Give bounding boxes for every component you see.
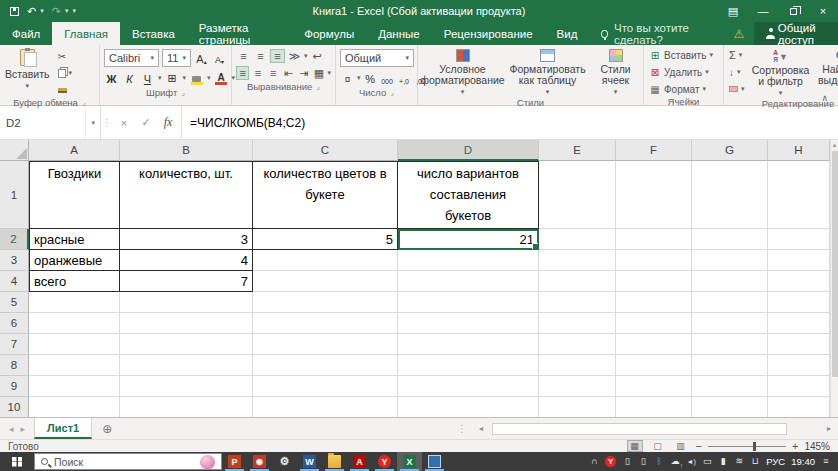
- view-page-layout-button[interactable]: ▢: [650, 440, 666, 452]
- vertical-scrollbar-thumb[interactable]: [832, 151, 838, 377]
- network-icon[interactable]: ≋: [734, 456, 744, 468]
- format-painter-button[interactable]: [56, 83, 75, 97]
- cell-A1[interactable]: Гвоздики: [29, 161, 120, 229]
- underline-button[interactable]: Ч: [140, 70, 155, 86]
- collapse-ribbon-button[interactable]: ∧: [821, 93, 828, 103]
- zoom-out-button[interactable]: −: [696, 440, 702, 452]
- tell-me-box[interactable]: Что вы хотите сделать?: [589, 22, 723, 45]
- cell-F6[interactable]: [616, 313, 692, 334]
- cell-B5[interactable]: [120, 292, 253, 313]
- taskbar-yandex-browser[interactable]: Y: [372, 452, 397, 471]
- battery-icon[interactable]: ▭: [702, 456, 712, 468]
- cell-B7[interactable]: [120, 334, 253, 355]
- number-dialog-launcher[interactable]: ⌟: [390, 88, 394, 97]
- cell-E9[interactable]: [539, 376, 616, 397]
- column-header-D[interactable]: D: [398, 140, 539, 161]
- select-all-button[interactable]: [0, 140, 29, 161]
- align-center-button[interactable]: ≡: [251, 66, 264, 80]
- row-header-10[interactable]: 10: [0, 397, 29, 417]
- cell-H9[interactable]: [768, 376, 830, 397]
- fill-color-button[interactable]: [189, 70, 204, 86]
- cell-A10[interactable]: [29, 397, 120, 417]
- redo-button[interactable]: ↷: [52, 6, 61, 17]
- hscroll-grip[interactable]: ⋮: [452, 423, 472, 434]
- notification-center-icon[interactable]: ≡: [821, 456, 831, 468]
- cell-E4[interactable]: [539, 271, 616, 292]
- row-header-7[interactable]: 7: [0, 334, 29, 355]
- cell-G10[interactable]: [692, 397, 768, 417]
- cell-C4[interactable]: [253, 271, 398, 292]
- cell-A9[interactable]: [29, 376, 120, 397]
- headset-icon[interactable]: ∩: [589, 456, 599, 468]
- phone-icon[interactable]: ▯: [622, 456, 632, 468]
- delete-cells-button[interactable]: ⊠Удалить▾: [647, 65, 720, 79]
- view-normal-button[interactable]: ▦: [627, 440, 643, 452]
- cell-E6[interactable]: [539, 313, 616, 334]
- horizontal-scrollbar[interactable]: ⋮ ◂ ▸: [452, 418, 838, 439]
- cell-C8[interactable]: [253, 355, 398, 376]
- column-header-G[interactable]: G: [692, 140, 768, 161]
- cell-H2[interactable]: [768, 229, 830, 250]
- font-name-dropdown-icon[interactable]: ▾: [151, 54, 155, 62]
- cell-G1[interactable]: [692, 161, 768, 229]
- accounting-dropdown-icon[interactable]: ▾: [357, 74, 361, 82]
- comma-style-button[interactable]: 000: [380, 70, 395, 86]
- increase-font-button[interactable]: А▴: [194, 50, 209, 66]
- merge-center-button[interactable]: ▦: [312, 66, 325, 80]
- cell-D4[interactable]: [398, 271, 539, 292]
- language-indicator[interactable]: РУС: [766, 456, 785, 467]
- tab-page-layout[interactable]: Разметка страницы: [187, 22, 292, 45]
- sort-filter-button[interactable]: АЯ▼ Сортировка и фильтр ▾: [749, 46, 813, 98]
- clock[interactable]: 19:40: [791, 456, 815, 467]
- customize-qat-icon[interactable]: ▾: [72, 7, 76, 15]
- cell-B3[interactable]: 4: [120, 250, 253, 271]
- cell-C2[interactable]: 5: [253, 229, 398, 250]
- scroll-right-icon[interactable]: ▸: [823, 424, 835, 433]
- cell-C1[interactable]: количество цветов в букете: [253, 161, 398, 229]
- cell-A3[interactable]: оранжевые: [29, 250, 120, 271]
- format-as-table-button[interactable]: Форматировать как таблицу ▾: [506, 46, 590, 97]
- cell-B6[interactable]: [120, 313, 253, 334]
- cell-E1[interactable]: [539, 161, 616, 229]
- taskbar-remote-desktop[interactable]: [422, 452, 447, 471]
- onedrive-icon[interactable]: ☁!: [670, 456, 680, 468]
- cell-G9[interactable]: [692, 376, 768, 397]
- italic-button[interactable]: К: [122, 70, 137, 86]
- increase-indent-button[interactable]: ⇥: [297, 66, 310, 80]
- cell-D1[interactable]: число вариантов составления букетов: [398, 161, 539, 229]
- usb-icon[interactable]: ⊔: [750, 456, 760, 468]
- formula-input[interactable]: =ЧИСЛКОМБ(B4;C2): [182, 106, 305, 139]
- next-sheet-icon[interactable]: ▸: [21, 424, 26, 434]
- name-box-dropdown-icon[interactable]: ▾: [85, 106, 100, 139]
- cell-D5[interactable]: [398, 292, 539, 313]
- cell-H10[interactable]: [768, 397, 830, 417]
- close-button[interactable]: ×: [808, 0, 838, 22]
- cell-E8[interactable]: [539, 355, 616, 376]
- cell-G5[interactable]: [692, 292, 768, 313]
- column-header-B[interactable]: B: [120, 140, 253, 161]
- taskbar-search[interactable]: Поиск: [34, 453, 222, 470]
- new-sheet-button[interactable]: ⊕: [92, 418, 122, 439]
- restore-button[interactable]: [778, 0, 808, 22]
- taskbar-powerpoint[interactable]: P: [222, 452, 247, 471]
- cell-styles-button[interactable]: Стили ячеек ▾: [590, 46, 642, 97]
- formula-bar-grip[interactable]: ⋮: [101, 106, 113, 139]
- insert-cells-button[interactable]: ⊞Вставить▾: [647, 48, 720, 62]
- tab-data[interactable]: Данные: [366, 22, 432, 45]
- cell-F9[interactable]: [616, 376, 692, 397]
- font-size-select[interactable]: 11▾: [162, 49, 191, 67]
- wrap-text-button[interactable]: ↩: [310, 49, 325, 63]
- hscroll-thumb[interactable]: [492, 423, 787, 435]
- tab-home[interactable]: Главная: [52, 22, 120, 45]
- cell-D3[interactable]: [398, 250, 539, 271]
- undo-dropdown-icon[interactable]: ▾: [40, 7, 44, 15]
- cell-D2[interactable]: 21: [398, 229, 539, 250]
- cell-F1[interactable]: [616, 161, 692, 229]
- view-page-break-button[interactable]: ▥: [673, 440, 689, 452]
- confirm-entry-button[interactable]: ✓: [135, 116, 157, 129]
- zoom-slider-thumb[interactable]: [753, 442, 756, 451]
- row-header-6[interactable]: 6: [0, 313, 29, 334]
- font-color-button[interactable]: А: [214, 70, 229, 86]
- font-size-dropdown-icon[interactable]: ▾: [182, 54, 186, 62]
- row-header-3[interactable]: 3: [0, 250, 29, 271]
